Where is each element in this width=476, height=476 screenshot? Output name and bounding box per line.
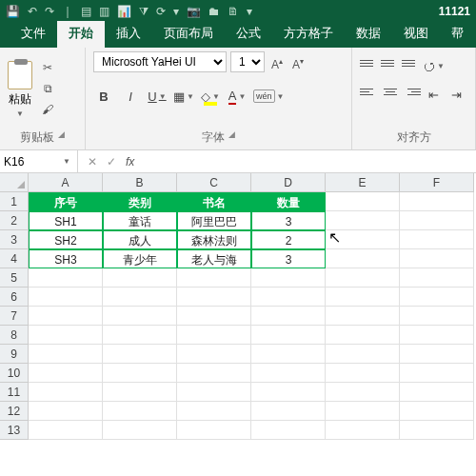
cell[interactable] (326, 192, 400, 211)
cell[interactable] (177, 421, 251, 440)
border-button[interactable]: ▦▼ (173, 86, 194, 107)
cell[interactable] (400, 249, 474, 268)
cell[interactable]: 3 (251, 211, 326, 230)
cell[interactable] (400, 364, 474, 383)
cell[interactable]: 类别 (103, 192, 177, 211)
cell[interactable]: SH2 (29, 230, 103, 249)
refresh-icon[interactable]: ⟳ (156, 5, 166, 18)
cell[interactable] (326, 345, 400, 364)
cell[interactable] (251, 345, 326, 364)
tab-ffgz[interactable]: 方方格子 (272, 21, 345, 48)
cell[interactable]: SH1 (29, 211, 103, 230)
cell[interactable]: 序号 (29, 192, 103, 211)
font-name-select[interactable]: Microsoft YaHei UI (93, 51, 227, 72)
cell[interactable] (251, 421, 326, 440)
decrease-indent-icon[interactable]: ⇤ (423, 84, 444, 105)
cell[interactable] (326, 326, 400, 345)
cell[interactable] (29, 288, 103, 307)
cell[interactable] (251, 307, 326, 326)
redo-icon[interactable]: ↷ (45, 5, 54, 18)
cell[interactable] (400, 192, 474, 211)
format-painter-icon[interactable]: 🖌 (38, 103, 57, 118)
cell[interactable] (400, 307, 474, 326)
cell[interactable] (326, 268, 400, 288)
cell[interactable] (29, 268, 103, 288)
font-dialog-launcher[interactable]: ◢ (228, 129, 235, 146)
cell[interactable] (326, 249, 400, 268)
row-header[interactable]: 1 (0, 192, 29, 211)
cell[interactable]: 童话 (103, 211, 177, 230)
cell[interactable] (103, 288, 177, 307)
row-header[interactable]: 4 (0, 249, 29, 268)
row-header[interactable]: 8 (0, 326, 29, 345)
paste-button[interactable]: 粘贴 ▼ (8, 61, 32, 118)
clipboard-dialog-launcher[interactable]: ◢ (58, 129, 65, 146)
column-header[interactable]: D (251, 173, 326, 192)
cell[interactable] (177, 326, 251, 345)
cell[interactable] (326, 383, 400, 402)
camera-icon[interactable]: 📷 (187, 5, 201, 18)
undo-icon[interactable]: ↶ (28, 5, 37, 18)
cell[interactable] (29, 402, 103, 421)
cell[interactable]: 青少年 (103, 249, 177, 268)
row-header[interactable]: 12 (0, 402, 29, 421)
filter-icon[interactable]: ⧩ (139, 5, 149, 18)
folder-icon[interactable]: 🖿 (208, 5, 220, 18)
tab-page-layout[interactable]: 页面布局 (152, 21, 225, 48)
doc-icon[interactable]: 🗎 (228, 5, 239, 18)
row-header[interactable]: 10 (0, 364, 29, 383)
cell[interactable] (103, 345, 177, 364)
font-color-button[interactable]: A▼ (227, 86, 248, 107)
cell[interactable] (326, 288, 400, 307)
phonetic-button[interactable]: wén▼ (253, 86, 284, 107)
cell[interactable] (103, 326, 177, 345)
row-header[interactable]: 7 (0, 307, 29, 326)
cell[interactable] (177, 288, 251, 307)
copy-icon[interactable]: ⧉ (38, 82, 57, 97)
orientation-icon[interactable]: ⭯▼ (423, 55, 445, 76)
cell[interactable] (251, 288, 326, 307)
bar-chart-icon[interactable]: 📊 (117, 5, 131, 18)
tab-formulas[interactable]: 公式 (225, 21, 272, 48)
enter-formula-icon[interactable]: ✓ (107, 155, 116, 169)
cell[interactable] (103, 268, 177, 288)
cell[interactable]: 书名 (177, 192, 251, 211)
bold-button[interactable]: B (93, 86, 114, 107)
row-header[interactable]: 2 (0, 211, 29, 230)
cell[interactable] (251, 268, 326, 288)
row-header[interactable]: 11 (0, 383, 29, 402)
cell[interactable]: 阿里巴巴 (177, 211, 251, 230)
align-center-icon[interactable] (381, 84, 400, 99)
cell[interactable]: 森林法则 (177, 230, 251, 249)
column-header[interactable]: E (326, 173, 400, 192)
cell[interactable] (400, 421, 474, 440)
font-size-select[interactable]: 11 (230, 51, 265, 72)
cell[interactable] (400, 402, 474, 421)
cell[interactable] (400, 345, 474, 364)
tab-insert[interactable]: 插入 (105, 21, 152, 48)
cell[interactable] (400, 326, 474, 345)
cell[interactable] (251, 383, 326, 402)
name-box[interactable]: ▼ (0, 150, 78, 172)
cell[interactable] (326, 307, 400, 326)
row-header[interactable]: 3 (0, 230, 29, 249)
cell[interactable] (29, 345, 103, 364)
cell[interactable]: SH3 (29, 249, 103, 268)
name-box-dropdown-icon[interactable]: ▼ (59, 157, 74, 166)
cell[interactable] (29, 364, 103, 383)
cell[interactable]: 3 (251, 249, 326, 268)
column-header[interactable]: F (400, 173, 474, 192)
cut-icon[interactable]: ✂ (38, 61, 57, 76)
tab-view[interactable]: 视图 (392, 21, 440, 48)
chart-icon[interactable]: ▥ (99, 5, 109, 18)
row-header[interactable]: 6 (0, 288, 29, 307)
chevron-down-icon[interactable]: ▼ (16, 109, 24, 118)
tab-data[interactable]: 数据 (345, 21, 392, 48)
cell[interactable] (29, 421, 103, 440)
italic-button[interactable]: I (120, 86, 141, 107)
select-all-button[interactable] (0, 173, 29, 192)
cell[interactable] (400, 230, 474, 249)
align-middle-icon[interactable] (381, 55, 400, 70)
cell[interactable]: 数量 (251, 192, 326, 211)
cell[interactable] (29, 383, 103, 402)
